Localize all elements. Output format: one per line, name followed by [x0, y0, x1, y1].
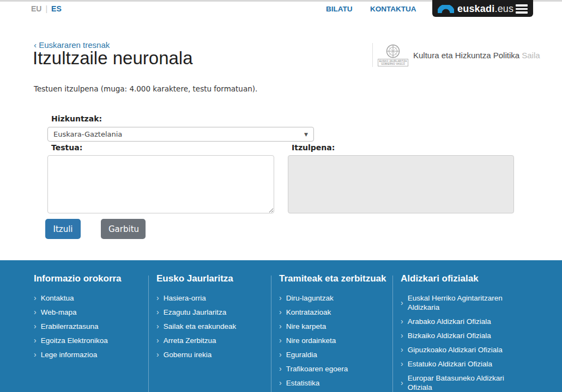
- chevron-right-icon: ›: [279, 308, 282, 317]
- language-select-value: Euskara-Gaztelania: [53, 130, 122, 138]
- page: { "top_bar": { "lang_eu": "EU", "lang_se…: [0, 0, 562, 392]
- intro-text: Testuen itzulpena (muga: 4.000 karaktere…: [34, 84, 257, 93]
- footer-link-label[interactable]: Nire karpeta: [286, 322, 327, 331]
- footer-column: Tramiteak eta zerbitzuak›Diru-laguntzak›…: [279, 273, 388, 392]
- footer-link[interactable]: ›Sailak eta erakundeak: [156, 322, 265, 331]
- euskadi-logo[interactable]: euskadi.eus: [432, 0, 533, 17]
- footer-link-label[interactable]: Gobernu irekia: [164, 350, 212, 359]
- footer-link-label[interactable]: Erabilerraztasuna: [41, 322, 99, 331]
- footer-link[interactable]: ›Arreta Zerbitzua: [156, 336, 265, 345]
- source-textarea[interactable]: [47, 155, 274, 213]
- footer-column-title: Tramiteak eta zerbitzuak: [279, 273, 388, 284]
- chevron-down-icon: ▼: [304, 132, 308, 137]
- footer-link[interactable]: ›Bizkaiko Aldizkari Ofiziala: [401, 331, 504, 340]
- footer-link[interactable]: ›Trafikoaren egoera: [279, 364, 388, 373]
- footer-column: Eusko Jaurlaritza›Hasiera-orria›Ezagutu …: [156, 273, 265, 364]
- chevron-right-icon: ›: [34, 322, 37, 331]
- chevron-right-icon: ›: [401, 378, 403, 388]
- footer-link-label[interactable]: Trafikoaren egoera: [286, 364, 348, 373]
- footer-link-label[interactable]: Europar Batasuneko Aldizkari Ofiziala: [408, 373, 504, 392]
- chevron-right-icon: ›: [401, 359, 403, 369]
- language-select[interactable]: Euskara-Gaztelania ▼: [47, 127, 314, 142]
- target-textarea: [288, 155, 514, 213]
- footer-link-label[interactable]: Estatistika: [286, 378, 320, 388]
- footer-link[interactable]: ›Web-mapa: [34, 308, 143, 317]
- footer-column-title: Eusko Jaurlaritza: [156, 273, 265, 284]
- coat-of-arms-icon: [384, 44, 402, 58]
- footer-link-label[interactable]: Arabako Aldizkari Ofiziala: [408, 317, 491, 326]
- euskadi-logo-text: euskadi.eus: [457, 3, 513, 15]
- chevron-right-icon: ›: [401, 317, 403, 326]
- chevron-right-icon: ›: [401, 331, 403, 340]
- footer-link[interactable]: ›Hasiera-orria: [156, 293, 265, 303]
- footer-link-label[interactable]: Web-mapa: [41, 308, 77, 317]
- footer-link-label[interactable]: Kontaktua: [41, 293, 74, 303]
- footer-divider: [148, 275, 149, 392]
- footer: Informazio orokorra›Kontaktua›Web-mapa›E…: [0, 260, 562, 392]
- footer-link[interactable]: ›Euskal Herriko Agintaritzaren Aldizkari…: [401, 293, 504, 312]
- department-name: Kultura eta Hizkuntza Politika Saila: [413, 51, 540, 60]
- footer-link-label[interactable]: Euskal Herriko Agintaritzaren Aldizkaria: [408, 293, 504, 312]
- lang-option-eu[interactable]: EU: [31, 4, 41, 13]
- footer-link[interactable]: ›Egoitza Elektronikoa: [34, 336, 143, 345]
- clear-button[interactable]: Garbitu: [101, 219, 146, 239]
- chevron-right-icon: ›: [156, 293, 159, 303]
- search-link[interactable]: BILATU: [326, 5, 353, 13]
- footer-link-label[interactable]: Kontratazioak: [286, 308, 331, 317]
- footer-link-label[interactable]: Bizkaiko Aldizkari Ofiziala: [408, 331, 491, 340]
- chevron-right-icon: ›: [279, 293, 282, 303]
- chevron-right-icon: ›: [34, 350, 37, 359]
- footer-divider: [271, 275, 271, 392]
- hamburger-menu-icon[interactable]: [516, 4, 528, 14]
- euskadi-arch-icon: [438, 5, 454, 13]
- footer-link[interactable]: ›Diru-laguntzak: [279, 293, 388, 303]
- footer-link-label[interactable]: Ezagutu Jaurlaritza: [164, 308, 227, 317]
- department-suffix: Saila: [519, 51, 540, 60]
- footer-link-label[interactable]: Gipuzkoako Aldizkari Ofiziala: [408, 345, 503, 354]
- footer-link[interactable]: ›Estatuko Aldizkari Ofiziala: [401, 359, 504, 369]
- footer-link-label[interactable]: Sailak eta erakundeak: [164, 322, 237, 331]
- chevron-right-icon: ›: [279, 350, 282, 359]
- footer-link-label[interactable]: Eguraldia: [286, 350, 317, 359]
- footer-link[interactable]: ›Nire karpeta: [279, 322, 388, 331]
- chevron-right-icon: ›: [279, 322, 282, 331]
- chevron-right-icon: ›: [34, 336, 37, 345]
- footer-link-label[interactable]: Diru-laguntzak: [286, 293, 334, 303]
- lang-separator: |: [41, 4, 51, 13]
- chevron-right-icon: ›: [156, 308, 159, 317]
- target-text-label: Itzulpena:: [292, 143, 335, 152]
- chevron-right-icon: ›: [156, 336, 159, 345]
- footer-link[interactable]: ›Kontratazioak: [279, 308, 388, 317]
- chevron-right-icon: ›: [401, 345, 403, 354]
- eusko-jaurlaritza-emblem: EUSKO JAURLARITZA GOBIERNO VASCO: [379, 44, 407, 66]
- footer-link[interactable]: ›Gipuzkoako Aldizkari Ofiziala: [401, 345, 504, 354]
- footer-link-label[interactable]: Lege informazioa: [41, 350, 98, 359]
- footer-link[interactable]: ›Europar Batasuneko Aldizkari Ofiziala: [401, 373, 504, 392]
- footer-link[interactable]: ›Eguraldia: [279, 350, 388, 359]
- footer-column-title: Aldizkari ofizialak: [401, 273, 504, 284]
- translate-button[interactable]: Itzuli: [45, 219, 81, 239]
- contact-link[interactable]: KONTAKTUA: [370, 5, 416, 13]
- department-block: EUSKO JAURLARITZA GOBIERNO VASCO Kultura…: [372, 43, 540, 67]
- lang-option-es[interactable]: ES: [51, 4, 62, 13]
- footer-link-label[interactable]: Nire ordainketa: [286, 336, 336, 345]
- footer-column: Aldizkari ofizialak›Euskal Herriko Agint…: [401, 273, 504, 392]
- footer-link[interactable]: ›Kontaktua: [34, 293, 143, 303]
- footer-link-label[interactable]: Hasiera-orria: [164, 293, 206, 303]
- footer-link[interactable]: ›Erabilerraztasuna: [34, 322, 143, 331]
- footer-link[interactable]: ›Nire ordainketa: [279, 336, 388, 345]
- footer-link[interactable]: ›Lege informazioa: [34, 350, 143, 359]
- footer-link[interactable]: ›Gobernu irekia: [156, 350, 265, 359]
- footer-link[interactable]: ›Ezagutu Jaurlaritza: [156, 308, 265, 317]
- chevron-right-icon: ›: [156, 322, 159, 331]
- footer-link[interactable]: ›Estatistika: [279, 378, 388, 388]
- footer-column-title: Informazio orokorra: [34, 273, 143, 284]
- footer-link[interactable]: ›Arabako Aldizkari Ofiziala: [401, 317, 504, 326]
- footer-column: Informazio orokorra›Kontaktua›Web-mapa›E…: [34, 273, 143, 364]
- footer-link-label[interactable]: Arreta Zerbitzua: [164, 336, 216, 345]
- footer-link-label[interactable]: Estatuko Aldizkari Ofiziala: [408, 359, 492, 369]
- source-text-label: Testua:: [51, 143, 82, 152]
- language-switcher: EU|ES: [31, 4, 62, 13]
- chevron-right-icon: ›: [34, 308, 37, 317]
- footer-link-label[interactable]: Egoitza Elektronikoa: [41, 336, 108, 345]
